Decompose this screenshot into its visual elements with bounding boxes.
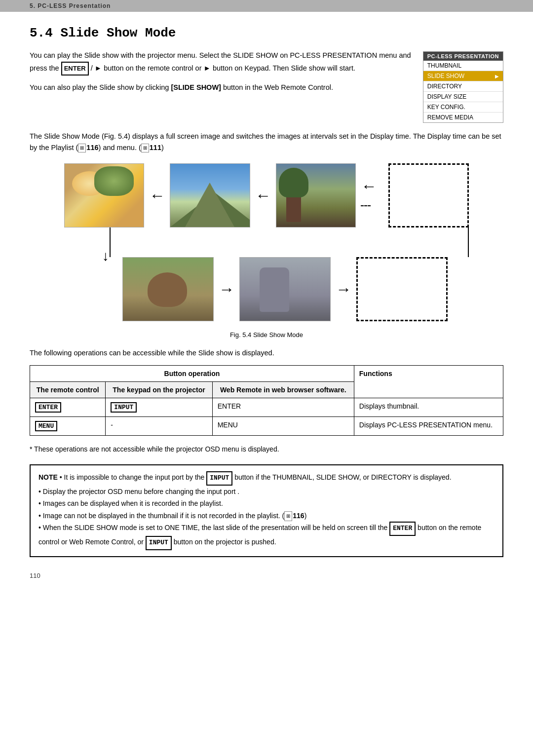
note-box: NOTE • It is impossible to change the in… [30,464,503,557]
third-paragraph: The Slide Show Mode (Fig. 5.4) displays … [30,131,503,153]
para1-cont: / ► button on the remote control or ► bu… [91,64,355,72]
slide-food-img [64,163,144,227]
fig-caption: Fig. 5.4 Slide Show Mode [30,331,503,339]
table-row-menu: MENU - MENU Displays PC-LESS PRESENTATIO… [30,416,503,435]
operations-table: Button operation Functions The remote co… [30,365,503,436]
page-number: 110 [30,572,503,579]
row2-function: Displays PC-LESS PRESENTATION menu. [354,416,503,435]
slide-bear-img [122,257,214,321]
row2-col2: - [106,416,212,435]
section-title: 5.4 Slide Show Mode [30,26,503,40]
diagram-top-row: ← ← ← [64,163,469,227]
arrow-left-1: ← [149,187,165,205]
row2-col3: MENU [212,416,354,435]
note-bullet5: • When the SLIDE SHOW mode is set to ONE… [38,522,495,550]
arrow-left-dashed: ← [361,177,383,214]
ref-111: 111 [150,144,161,151]
menu-item-slideshow: SLIDE SHOW [423,71,503,81]
section-title-text: Slide Show Mode [60,26,176,40]
col1-header: The remote control [30,381,106,398]
menu-item-removemedia: REMOVE MEDIA [423,113,503,122]
para2-start: You can also play the Slide show by clic… [30,83,171,91]
diagram-connector: ↓ [64,227,469,257]
dashed-placeholder [388,163,469,227]
row1-col1: ENTER [30,398,106,416]
dashed-box-bottom [356,257,448,321]
note-bullet3: • Images can be displayed when it is rec… [38,497,495,510]
vert-line-right [468,227,469,257]
chapter-header: 5. PC-LESS Presentation [0,0,533,12]
slideshow-diagram: ← ← ← ↓ → → [30,163,503,326]
note-bullet1-start: • It is impossible to change the input p… [60,473,207,481]
menu-item-directory: DIRECTORY [423,81,503,92]
note-bullet1-end: button if the THUMBNAIL, SLIDE SHOW, or … [232,473,451,481]
enter-key-label: ENTER [61,62,89,76]
arrow-right-1: → [219,280,234,299]
row1-col3: ENTER [212,398,354,416]
para2-end: button in the Web Remote Control. [221,83,333,91]
menu-item-displaysize: DISPLAY SIZE [423,92,503,102]
section-number: 5.4 [30,26,53,40]
arrow-down: ↓ [102,248,109,264]
ref-icon-111: ⊞ [141,144,149,152]
ref-116b: 116 [293,512,304,520]
asterisk-note: * These operations are not accessible wh… [30,444,503,454]
intro-text: You can play the Slide show with the pro… [30,49,413,93]
note-bullet2: • Display the projector OSD menu before … [38,486,495,498]
menu-item-thumbnail: THUMBNAIL [423,61,503,71]
slide-show-bold: [SLIDE SHOW] [171,83,221,91]
arrow-right-dashed: → [336,280,351,299]
note-bullet4: • Image can not be displayed in the thum… [38,510,495,522]
slide-mountain-img [170,163,250,227]
table-row-enter: ENTER INPUT ENTER Displays thumbnail. [30,398,503,416]
menu-item-keyconfig: KEY CONFIG. [423,102,503,113]
slide-forest-img [276,163,356,227]
vert-line-left [110,227,111,257]
row1-function: Displays thumbnail. [354,398,503,416]
col3-header: Web Remote in web browser software. [212,381,354,398]
arrow-left-2: ← [255,187,271,205]
pcless-menu: PC-LESS PRESENTATION THUMBNAIL SLIDE SHO… [423,51,503,123]
button-operation-header: Button operation [30,365,354,381]
ref-116a: 116 [86,144,98,151]
note-input-bold: INPUT [206,471,232,486]
row1-col2: INPUT [106,398,212,416]
row2-col1: MENU [30,416,106,435]
note-input-bold2: INPUT [146,536,172,550]
ref-icon-116a: ⊞ [78,144,86,152]
note-label: NOTE [38,473,58,481]
menu-header: PC-LESS PRESENTATION [423,52,503,61]
diagram-bottom-row: → → [122,257,469,321]
intro-area: You can play the Slide show with the pro… [30,49,503,123]
col2-header: The keypad on the projector [106,381,212,398]
note-enter-bold: ENTER [389,522,416,536]
ref-icon-116b: ⊞ [284,511,292,521]
slide-statue-img [239,257,331,321]
functions-header: Functions [354,365,503,398]
ops-intro-text: The following operations can be accessib… [30,347,503,359]
